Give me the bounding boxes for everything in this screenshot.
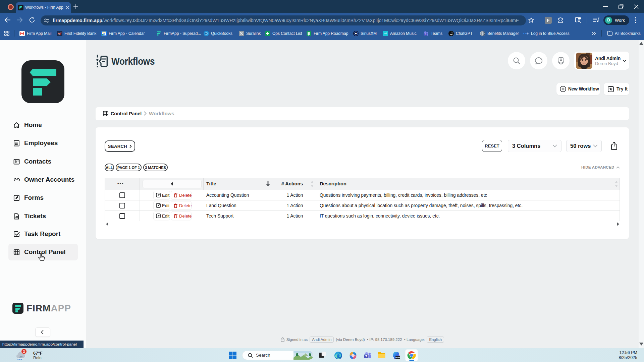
svg-text:25: 25 (103, 32, 105, 35)
svg-text:M365: M365 (395, 357, 400, 359)
svg-text:T: T (365, 355, 367, 358)
svg-text:T: T (425, 33, 426, 35)
